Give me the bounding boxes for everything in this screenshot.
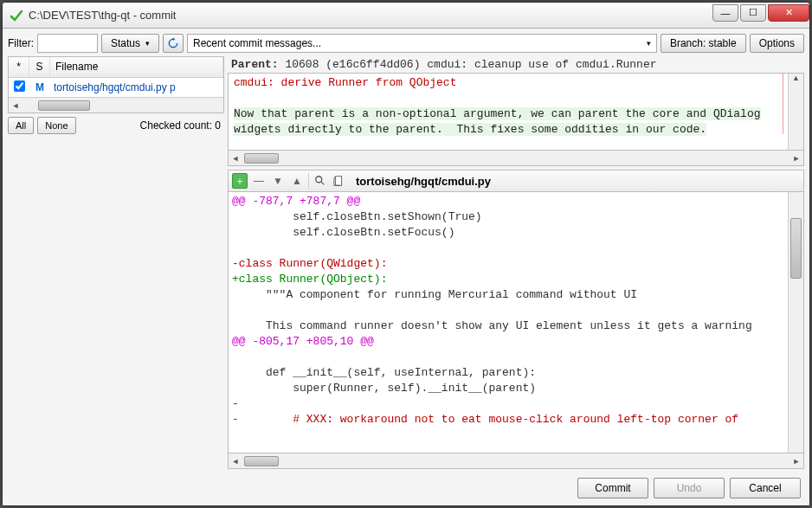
parent-rev: 10608 [285, 58, 319, 71]
file-list-footer: All None Checked count: 0 [8, 113, 224, 138]
select-none-button[interactable]: None [37, 117, 75, 134]
filter-input[interactable] [37, 34, 98, 53]
svg-line-1 [321, 182, 325, 185]
commit-message-box: cmdui: derive Runner from QObject Now th… [228, 73, 804, 151]
file-row[interactable]: M tortoisehg/hgqt/cmdui.py p [9, 78, 223, 97]
diff-line [232, 350, 784, 365]
add-icon[interactable]: ＋ [232, 173, 248, 189]
diff-line: This command runner doesn't show any UI … [232, 318, 784, 334]
diff-line: - [232, 396, 784, 412]
branch-button[interactable]: Branch: stable [661, 34, 746, 53]
app-icon [10, 9, 23, 23]
parent-info: Parent: 10608 (e16c6ff4dd06) cmdui: clea… [228, 56, 804, 73]
diff-vscroll[interactable] [788, 192, 803, 453]
diff-toolbar: ＋ — ▼ ▲ tortoisehg/hgqt/cmdui.py [228, 170, 804, 192]
parent-hash: (e16c6ff4dd06) [325, 58, 420, 71]
refresh-icon [167, 37, 179, 49]
top-toolbar: Filter: Status Recent commit messages...… [8, 34, 804, 53]
maximize-button[interactable]: ☐ [740, 4, 766, 22]
content-area: Filter: Status Recent commit messages...… [3, 29, 809, 505]
search-icon[interactable] [313, 173, 328, 189]
commit-message-input[interactable]: cmdui: derive Runner from QObject Now th… [229, 74, 788, 150]
diff-line: -class Runner(QWidget): [232, 256, 784, 272]
commit-message-body: Now that parent is a non-optional argume… [234, 107, 761, 136]
col-status[interactable]: S [29, 57, 50, 77]
column-ruler [783, 74, 783, 134]
recent-messages-label: Recent commit messages... [193, 37, 321, 49]
remove-icon[interactable]: — [251, 173, 267, 189]
filter-label: Filter: [8, 37, 34, 49]
window-controls: — ☐ ✕ [711, 4, 809, 23]
select-all-button[interactable]: All [8, 117, 34, 134]
window-title: C:\DEV\TEST\thg-qt - commit [29, 9, 711, 22]
file-list-body[interactable]: M tortoisehg/hgqt/cmdui.py p [9, 78, 223, 97]
svg-rect-2 [336, 177, 342, 186]
diff-line: def __init__(self, useInternal, parent): [232, 365, 784, 381]
arrow-down-icon[interactable]: ▼ [270, 173, 286, 189]
diff-line: super(Runner, self).__init__(parent) [232, 381, 784, 396]
titlebar[interactable]: C:\DEV\TEST\thg-qt - commit — ☐ ✕ [3, 3, 809, 29]
message-vscroll[interactable]: ▲ [788, 74, 803, 150]
right-pane: Parent: 10608 (e16c6ff4dd06) cmdui: clea… [228, 56, 804, 469]
options-button[interactable]: Options [750, 34, 804, 53]
undo-button[interactable]: Undo [654, 478, 725, 498]
diff-line: @@ -805,17 +805,10 @@ [232, 334, 784, 350]
message-hscroll[interactable]: ◄► [228, 151, 804, 166]
diff-line: @@ -787,7 +787,7 @@ [232, 194, 784, 209]
arrow-up-icon[interactable]: ▲ [289, 173, 305, 189]
file-checkbox[interactable] [14, 80, 25, 92]
diff-line: - # XXX: workaround not to eat mouse-cli… [232, 412, 784, 428]
checked-count: Checked count: 0 [140, 119, 224, 132]
document-icon[interactable] [332, 173, 347, 189]
parent-label: Parent: [231, 58, 279, 71]
commit-message-subject: cmdui: derive Runner from QObject [234, 76, 456, 89]
middle-area: * S Filename M tortoisehg/hgqt/cmdui.py … [8, 56, 804, 469]
file-name: tortoisehg/hgqt/cmdui.py p [50, 81, 223, 93]
recent-messages-combo[interactable]: Recent commit messages... [187, 34, 657, 53]
close-button[interactable]: ✕ [768, 4, 809, 22]
svg-point-0 [316, 177, 322, 183]
commit-window: C:\DEV\TEST\thg-qt - commit — ☐ ✕ Filter… [2, 2, 810, 506]
diff-body-wrap: @@ -787,7 +787,7 @@ self.closeBtn.setSho… [228, 192, 804, 453]
diff-line: """A component for running Mercurial com… [232, 287, 784, 303]
diff-line: self.closeBtn.setFocus() [232, 225, 784, 241]
refresh-button[interactable] [163, 34, 184, 53]
col-filename[interactable]: Filename [50, 57, 223, 77]
diff-line [232, 303, 784, 318]
file-list-header: * S Filename [9, 57, 223, 78]
file-list-pane: * S Filename M tortoisehg/hgqt/cmdui.py … [8, 56, 224, 113]
diff-view[interactable]: @@ -787,7 +787,7 @@ self.closeBtn.setSho… [229, 192, 788, 453]
cancel-button[interactable]: Cancel [730, 478, 801, 498]
diff-line: self.closeBtn.setShown(True) [232, 209, 784, 225]
left-column: * S Filename M tortoisehg/hgqt/cmdui.py … [8, 56, 224, 469]
file-status: M [29, 81, 50, 93]
commit-button[interactable]: Commit [577, 478, 648, 498]
diff-line: +class Runner(QObject): [232, 272, 784, 287]
diff-line [232, 241, 784, 256]
parent-desc: cmdui: cleanup use of cmdui.Runner [427, 58, 656, 71]
minimize-button[interactable]: — [712, 4, 738, 22]
dialog-button-bar: Commit Undo Cancel [8, 473, 804, 500]
file-list-hscroll[interactable]: ◄ [9, 97, 223, 113]
col-check[interactable]: * [9, 57, 29, 77]
diff-hscroll[interactable]: ◄► [228, 453, 804, 469]
status-dropdown[interactable]: Status [101, 34, 159, 53]
diff-filename: tortoisehg/hgqt/cmdui.py [356, 175, 491, 188]
